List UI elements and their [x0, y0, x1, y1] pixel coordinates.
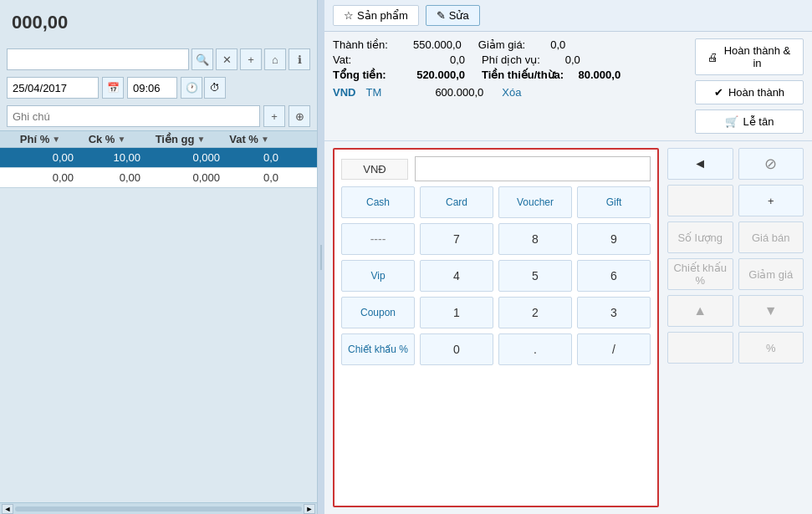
note-extra-button[interactable]: ⊕: [289, 105, 310, 127]
numpad-row-0: Chiết khấu % 0 . /: [341, 333, 651, 365]
table-row[interactable]: 0,00 0,00 0,000 0,0: [0, 168, 317, 188]
edit-icon: ✎: [437, 9, 446, 22]
side-controls: ◄ ⊘ + Số lượng Giá bán Chiết khấu % Giảm…: [667, 148, 804, 507]
num-4-button[interactable]: 4: [420, 260, 493, 292]
slash-button[interactable]: /: [577, 333, 651, 365]
delete-payment-button[interactable]: Xóa: [502, 86, 521, 99]
side-soluong-row: Số lượng Giá bán: [667, 221, 804, 253]
numpad-row-123: Coupon 1 2 3: [341, 297, 651, 328]
tiengg-filter-icon[interactable]: ▼: [197, 135, 205, 144]
num-7-button[interactable]: 7: [420, 223, 493, 255]
vip-button[interactable]: Vip: [341, 260, 415, 292]
time-extra-button[interactable]: ⏱: [204, 77, 226, 99]
num-1-button[interactable]: 1: [420, 297, 493, 328]
payment-method: TM: [365, 86, 381, 99]
home-button[interactable]: ⌂: [264, 48, 286, 70]
table-row[interactable]: 0,00 10,00 0,000 0,0: [0, 148, 317, 168]
col-tiengg-header: Tiền gg ▼: [140, 133, 220, 145]
voucher-button[interactable]: Voucher: [498, 186, 572, 218]
percent-button[interactable]: %: [738, 332, 804, 364]
chiet-khau-side-button[interactable]: Chiết khấu %: [667, 258, 733, 290]
search-bar: 🔍 ✕ + ⌂ ℹ: [0, 45, 317, 74]
side-percent-row: %: [667, 332, 804, 364]
card-button[interactable]: Card: [420, 186, 493, 218]
col-vat-header: Vat % ▼: [220, 133, 278, 145]
cart-icon: 🛒: [725, 115, 738, 128]
scroll-right-button[interactable]: ►: [304, 504, 315, 514]
vat-label: Vat:: [333, 53, 391, 66]
cell-phi-2: 0,00: [7, 171, 74, 184]
note-add-button[interactable]: +: [263, 105, 285, 127]
so-luong-button[interactable]: Số lượng: [667, 221, 733, 253]
phi-filter-icon[interactable]: ▼: [52, 135, 60, 144]
up-button[interactable]: ▲: [667, 295, 733, 327]
num-8-button[interactable]: 8: [498, 223, 572, 255]
dot-button[interactable]: .: [498, 333, 572, 365]
clock-button[interactable]: 🕐: [181, 77, 202, 99]
left-header: 000,00: [0, 0, 317, 45]
date-time-row: 📅 🕐 ⏱: [0, 74, 317, 102]
clear-button[interactable]: ✕: [216, 48, 237, 70]
num-9-button[interactable]: 9: [577, 223, 651, 255]
right-panel: ☆ Sản phẩm ✎ Sửa Thành tiền: 550.000,0 G…: [324, 0, 812, 514]
tong-tien-label: Tổng tiền:: [333, 69, 391, 81]
printer-icon: 🖨: [707, 51, 718, 64]
num-0-button[interactable]: 0: [420, 333, 493, 365]
ck-filter-icon[interactable]: ▼: [117, 135, 125, 144]
tien-thieu-thua-value: 80.000,0: [570, 69, 620, 81]
gift-button[interactable]: Gift: [577, 186, 651, 218]
star-icon: ☆: [344, 9, 354, 22]
date-input[interactable]: [7, 77, 99, 99]
time-input[interactable]: [127, 77, 177, 99]
tab-sua[interactable]: ✎ Sửa: [426, 5, 480, 26]
gia-ban-button[interactable]: Giá bán: [738, 221, 804, 253]
coupon-button[interactable]: Coupon: [341, 297, 415, 328]
calendar-button[interactable]: 📅: [102, 77, 124, 99]
payment-methods-row: Cash Card Voucher Gift: [341, 186, 651, 218]
cash-button[interactable]: Cash: [341, 186, 415, 218]
vnd-row: VNĐ: [341, 156, 651, 181]
add-button[interactable]: +: [240, 48, 262, 70]
vat-value: 0,0: [398, 53, 465, 66]
num-5-button[interactable]: 5: [498, 260, 572, 292]
phi-dich-vu-value: 0,0: [547, 53, 580, 66]
le-tan-button[interactable]: 🛒 Lễ tân: [695, 109, 804, 134]
num-3-button[interactable]: 3: [577, 297, 651, 328]
search-input[interactable]: [7, 48, 189, 70]
tab-san-pham[interactable]: ☆ Sản phẩm: [333, 5, 419, 26]
hoan-thanh-in-button[interactable]: 🖨 Hoàn thành & in: [695, 38, 804, 75]
search-button[interactable]: 🔍: [192, 48, 213, 70]
empty-btn-1[interactable]: [667, 185, 733, 216]
payment-amount: 600.000,0: [416, 86, 483, 99]
side-plus-row: +: [667, 185, 804, 216]
info-button[interactable]: ℹ: [289, 48, 310, 70]
dash-button[interactable]: ----: [341, 223, 415, 255]
action-buttons: 🖨 Hoàn thành & in ✔ Hoàn thành 🛒 Lễ tân: [687, 32, 812, 140]
vnd-input[interactable]: [415, 156, 651, 181]
giam-gia-side-button[interactable]: Giảm giá: [738, 258, 804, 290]
scroll-left-button[interactable]: ◄: [2, 504, 13, 514]
empty-btn-2[interactable]: [667, 332, 733, 364]
side-top-row: ◄ ⊘: [667, 148, 804, 180]
chiet-khau-button[interactable]: Chiết khấu %: [341, 333, 415, 365]
thanh-tien-label: Thành tiền:: [333, 38, 388, 51]
clear-button[interactable]: ⊘: [738, 148, 804, 180]
check-icon: ✔: [714, 86, 723, 99]
info-action-section: Thành tiền: 550.000,0 Giảm giá: 0,0 Vat:…: [324, 32, 812, 141]
panel-divider[interactable]: [318, 0, 324, 514]
vat-filter-icon[interactable]: ▼: [261, 135, 269, 144]
note-input[interactable]: [7, 105, 260, 127]
giam-gia-label: Giảm giá:: [478, 38, 525, 51]
hoan-thanh-button[interactable]: ✔ Hoàn thành: [695, 80, 804, 104]
plus-button[interactable]: +: [738, 185, 804, 216]
cell-tiengg-1: 0,000: [140, 151, 220, 164]
giam-gia-group: Giảm giá: 0,0: [478, 38, 565, 51]
num-6-button[interactable]: 6: [577, 260, 651, 292]
time-buttons: 🕐 ⏱: [181, 77, 226, 99]
top-tabs: ☆ Sản phẩm ✎ Sửa: [324, 0, 812, 32]
info-row-1: Thành tiền: 550.000,0 Giảm giá: 0,0: [333, 38, 678, 51]
horizontal-scrollbar[interactable]: ◄ ►: [0, 502, 317, 514]
num-2-button[interactable]: 2: [498, 297, 572, 328]
down-button[interactable]: ▼: [738, 295, 804, 327]
back-button[interactable]: ◄: [667, 148, 733, 180]
